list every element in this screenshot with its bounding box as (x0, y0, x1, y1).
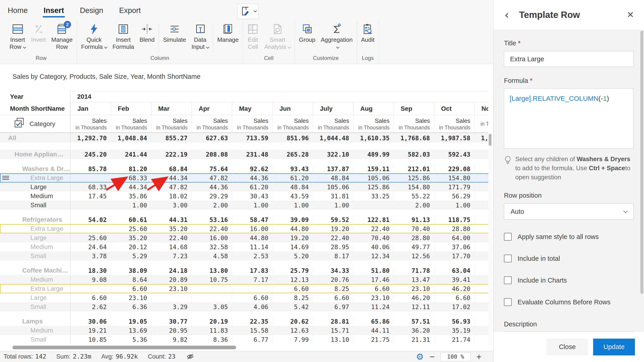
value-cell[interactable]: 58.47 (232, 215, 272, 224)
value-cell[interactable]: 489.99 (353, 150, 394, 159)
value-cell[interactable]: 14.69 (272, 242, 313, 252)
value-cell[interactable]: 1.00 (313, 201, 353, 210)
month-header-aug[interactable]: Aug (353, 102, 394, 115)
value-cell[interactable]: 1,987.58 (434, 134, 474, 142)
value-cell[interactable]: 6.77 (232, 335, 272, 344)
tab-home[interactable]: Home (7, 2, 28, 19)
month-header-jun[interactable]: Jun (272, 102, 313, 115)
value-cell[interactable]: 25.60 (70, 233, 111, 242)
table-row-extra-large[interactable]: Extra Large6.6023.106.608.256.6023.1046.… (0, 284, 488, 293)
value-cell[interactable]: 68.33 (70, 182, 111, 192)
value-cell[interactable] (474, 266, 488, 275)
tab-export[interactable]: Export (118, 2, 142, 19)
value-cell[interactable]: 35.86 (111, 192, 151, 201)
value-cell[interactable]: 222.19 (151, 150, 192, 159)
value-cell[interactable]: 1.00 (111, 201, 151, 210)
value-cell[interactable]: 1.00 (272, 201, 313, 210)
value-cell[interactable]: 10.85 (70, 335, 111, 344)
value-cell[interactable]: 17.83 (232, 266, 272, 275)
table-row-washers-dr-[interactable]: Washers & Dr…85.7881.2068.8475.6492.6293… (0, 164, 488, 174)
simulate-button[interactable]: Simulate (160, 23, 189, 44)
value-cell[interactable]: 61.20 (272, 174, 313, 182)
value-cell[interactable]: 35.20 (111, 233, 151, 242)
value-cell[interactable] (353, 201, 394, 210)
table-row-coffee-machi-[interactable]: Coffee Machi…18.3038.0924.1813.8017.8325… (0, 266, 488, 275)
month-header-may[interactable]: May (232, 102, 272, 115)
value-cell[interactable] (192, 284, 232, 293)
value-cell[interactable] (474, 326, 488, 335)
zoom-level[interactable]: 100 % (440, 352, 470, 361)
value-cell[interactable]: 22.40 (151, 233, 192, 242)
value-cell[interactable] (474, 174, 488, 182)
value-cell[interactable] (474, 317, 488, 326)
horizontal-scrollbar-thumb[interactable] (12, 346, 236, 349)
value-cell[interactable]: 1,048.84 (111, 134, 151, 142)
month-header-mar[interactable]: Mar (151, 102, 192, 115)
value-cell[interactable]: 53.16 (192, 215, 232, 224)
value-cell[interactable]: 137.87 (313, 164, 353, 174)
value-cell[interactable]: 22.40 (313, 233, 353, 242)
table-row-small[interactable]: Small2.626.363.293.054.065.426.9711.2412… (0, 302, 488, 312)
value-cell[interactable] (474, 293, 488, 302)
value-cell[interactable]: 154.80 (394, 182, 434, 192)
value-cell[interactable] (474, 150, 488, 159)
value-cell[interactable]: 6.60 (232, 293, 272, 302)
table-row-small[interactable]: Small3.785.297.234.582.535.208.1712.3412… (0, 252, 488, 260)
value-cell[interactable]: 93.43 (272, 164, 313, 174)
month-header-sep[interactable]: Sep (394, 102, 434, 115)
value-cell[interactable] (474, 302, 488, 312)
value-cell[interactable]: 13.80 (192, 266, 232, 275)
value-cell[interactable]: 44.36 (232, 174, 272, 182)
value-cell[interactable]: 33.25 (353, 192, 394, 201)
value-cell[interactable]: 39.09 (272, 215, 313, 224)
value-cell[interactable]: 31.81 (313, 192, 353, 201)
value-cell[interactable]: 43.59 (272, 192, 313, 201)
value-cell[interactable]: 11.24 (353, 302, 394, 312)
value-cell[interactable]: 63.04 (434, 266, 474, 275)
value-cell[interactable]: 8.25 (313, 284, 353, 293)
table-row-medium[interactable]: Medium19.2113.6920.9511.8315.5812.6315.7… (0, 326, 488, 335)
value-cell[interactable]: 21.74 (434, 335, 474, 344)
value-cell[interactable]: 15.71 (313, 326, 353, 335)
value-cell[interactable]: 5.20 (272, 252, 313, 260)
zoom-in-button[interactable]: + (476, 352, 482, 361)
month-header-july[interactable]: July (313, 102, 353, 115)
value-cell[interactable]: 265.28 (272, 150, 313, 159)
data-input-button[interactable]: DataInput (189, 23, 212, 51)
value-cell[interactable]: 11.83 (192, 326, 232, 335)
value-cell[interactable]: 44.80 (232, 233, 272, 242)
eye-off-icon[interactable] (186, 352, 194, 361)
value-cell[interactable]: 11.14 (232, 242, 272, 252)
value-cell[interactable] (474, 275, 488, 284)
table-row-extra-large[interactable]: Extra Large25.6035.2022.4016.0044.8019.2… (0, 224, 488, 233)
value-cell[interactable]: 71.78 (394, 266, 434, 275)
value-cell[interactable]: 48.84 (272, 182, 313, 192)
value-cell[interactable]: 24.18 (151, 266, 192, 275)
value-cell[interactable]: 6.60 (434, 293, 474, 302)
horizontal-scrollbar[interactable] (0, 345, 488, 350)
value-cell[interactable]: 16.00 (232, 224, 272, 233)
row-position-select[interactable]: Auto (504, 203, 634, 220)
value-cell[interactable]: 48.84 (313, 174, 353, 182)
back-icon[interactable]: ‹ (504, 9, 509, 21)
value-cell[interactable] (192, 293, 232, 302)
value-cell[interactable]: 18.30 (70, 266, 111, 275)
value-cell[interactable] (232, 284, 272, 293)
value-cell[interactable] (474, 192, 488, 201)
checkbox-evaluate-columns-before-rows[interactable]: Evaluate Columns Before Rows (504, 298, 634, 306)
value-cell[interactable]: 47.82 (192, 174, 232, 182)
value-cell[interactable]: 38.09 (111, 266, 151, 275)
quick-formula-button[interactable]: QuickFormula (78, 23, 110, 51)
aggregation-button[interactable]: Aggregation (318, 23, 355, 50)
value-cell[interactable]: 28.80 (434, 224, 474, 233)
value-cell[interactable]: 46.20 (434, 284, 474, 293)
value-cell[interactable]: 17.45 (70, 192, 111, 201)
value-cell[interactable]: 7.23 (151, 252, 192, 260)
tab-insert[interactable]: Insert (43, 2, 65, 19)
settings-gear-icon[interactable]: ⚙ (416, 352, 424, 361)
table-row-large[interactable]: Large68.3344.3447.8244.3661.2048.84105.0… (0, 182, 488, 192)
value-cell[interactable]: 14.68 (151, 242, 192, 252)
close-button[interactable]: Close (546, 338, 588, 356)
value-cell[interactable]: 20.95 (151, 326, 192, 335)
value-cell[interactable]: 2.62 (70, 302, 111, 312)
